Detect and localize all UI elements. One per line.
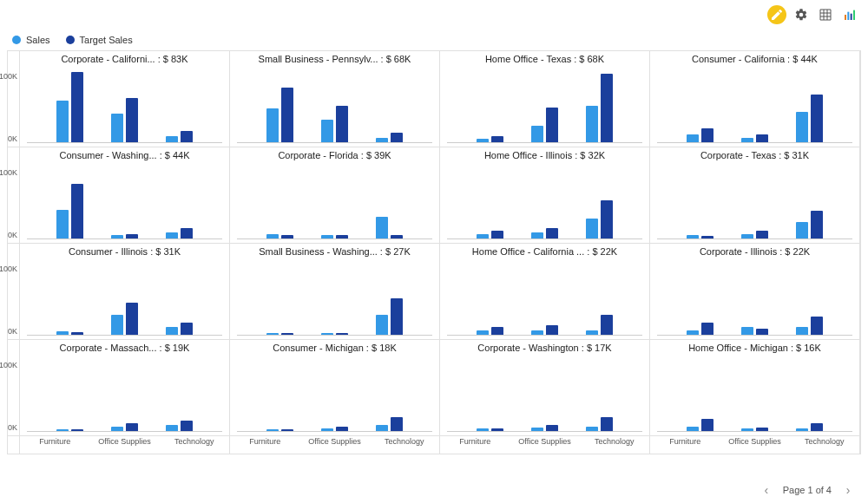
bar-sales bbox=[687, 330, 699, 335]
y-tick: 0K bbox=[8, 134, 17, 143]
bar-sales bbox=[56, 101, 69, 142]
bar-target bbox=[126, 98, 138, 142]
chart-panel: Corporate - Illinois : $ 22K bbox=[650, 244, 860, 340]
svg-rect-1 bbox=[847, 12, 849, 20]
plot-area bbox=[27, 162, 222, 239]
bar-group bbox=[673, 66, 727, 142]
legend: Sales Target Sales bbox=[12, 35, 133, 45]
bar-sales bbox=[321, 235, 333, 238]
bar-group bbox=[572, 66, 627, 142]
bar-sales bbox=[531, 232, 543, 238]
bar-group bbox=[152, 66, 207, 142]
plot-area bbox=[27, 355, 222, 432]
legend-swatch bbox=[66, 36, 75, 44]
panel-name: Small Business - Washing... bbox=[259, 246, 378, 257]
bar-sales bbox=[111, 114, 123, 142]
bar-target bbox=[71, 332, 83, 335]
bar-group bbox=[782, 355, 837, 431]
bar-group bbox=[152, 258, 207, 335]
bar-group bbox=[362, 66, 417, 142]
bar-group bbox=[97, 355, 152, 431]
bar-target bbox=[701, 236, 713, 238]
bar-sales bbox=[56, 429, 69, 431]
x-tick: Furniture bbox=[25, 438, 83, 454]
edit-button[interactable] bbox=[767, 5, 786, 24]
bar-group bbox=[517, 258, 572, 335]
panel-title: Home Office - Michigan : $ 16K bbox=[654, 342, 856, 355]
bar-group bbox=[43, 162, 97, 238]
chart-view-button[interactable] bbox=[840, 5, 859, 24]
bar-group bbox=[362, 355, 417, 431]
plot-area bbox=[657, 66, 852, 143]
bar-chart-icon bbox=[843, 8, 857, 22]
table-view-button[interactable] bbox=[816, 5, 835, 24]
bar-sales bbox=[321, 333, 333, 335]
panel-name: Consumer - Washing... bbox=[60, 150, 157, 160]
bar-group bbox=[307, 258, 362, 335]
bar-sales bbox=[531, 126, 543, 142]
settings-button[interactable] bbox=[792, 5, 811, 24]
y-tick: 100K bbox=[0, 72, 17, 81]
panel-value: $ 27K bbox=[385, 246, 411, 257]
panel-title: Corporate - Washington : $ 17K bbox=[444, 342, 646, 355]
bar-group bbox=[97, 66, 152, 142]
prev-page-button[interactable]: ‹ bbox=[759, 482, 774, 498]
x-tick: Office Supplies bbox=[306, 438, 364, 454]
chart-panel: Corporate - Californi... : $ 83K bbox=[20, 51, 230, 147]
bar-group bbox=[307, 66, 362, 142]
panel-name: Corporate - Californi... bbox=[61, 54, 155, 64]
bar-target bbox=[546, 425, 558, 431]
svg-rect-0 bbox=[845, 15, 846, 20]
bar-group bbox=[43, 355, 97, 431]
panel-value: $ 68K bbox=[386, 54, 411, 64]
panel-value: $ 31K bbox=[155, 246, 181, 257]
panel-name: Corporate - Massach... bbox=[60, 343, 157, 353]
bar-sales bbox=[586, 427, 598, 431]
panel-title: Consumer - Illinois : $ 31K bbox=[23, 245, 226, 258]
bar-sales bbox=[111, 315, 123, 335]
bar-group bbox=[463, 162, 517, 238]
bar-group bbox=[673, 355, 727, 431]
chart-panel: Small Business - Pennsylv... : $ 68K bbox=[230, 51, 440, 147]
bar-target bbox=[811, 211, 823, 238]
y-tick: 100K bbox=[0, 265, 17, 273]
y-axis-spacer bbox=[8, 436, 20, 454]
plot-area bbox=[657, 355, 852, 432]
pencil-icon bbox=[770, 8, 784, 22]
x-tick: Technology bbox=[795, 438, 853, 454]
bar-target bbox=[491, 231, 503, 238]
plot-area bbox=[447, 355, 642, 432]
panel-title: Corporate - Illinois : $ 22K bbox=[654, 245, 856, 258]
bar-sales bbox=[687, 134, 699, 142]
bar-sales bbox=[796, 222, 808, 238]
bar-sales bbox=[687, 427, 699, 431]
bar-group bbox=[362, 258, 417, 335]
chart-panel: Small Business - Washing... : $ 27K bbox=[230, 244, 440, 340]
y-tick: 0K bbox=[8, 231, 17, 239]
page-indicator: Page 1 of 4 bbox=[783, 485, 832, 495]
svg-rect-2 bbox=[851, 14, 852, 20]
panel-title: Consumer - Michigan : $ 18K bbox=[233, 342, 436, 355]
bar-sales bbox=[166, 232, 178, 238]
panel-name: Small Business - Pennsylv... bbox=[259, 54, 378, 64]
bar-group bbox=[673, 258, 727, 335]
chart-grid: 100K 0K Corporate - Californi... : $ 83K… bbox=[7, 50, 861, 454]
panel-value: $ 16K bbox=[796, 343, 821, 353]
bar-target bbox=[281, 235, 293, 238]
chart-panel: Home Office - Texas : $ 68K bbox=[440, 51, 650, 147]
bar-target bbox=[71, 184, 83, 238]
plot-area bbox=[27, 66, 222, 143]
bar-target bbox=[126, 234, 138, 238]
bar-sales bbox=[477, 428, 489, 431]
bar-group bbox=[463, 355, 517, 431]
bar-sales bbox=[376, 315, 388, 335]
bar-group bbox=[463, 66, 517, 142]
next-page-button[interactable]: › bbox=[840, 482, 856, 498]
x-axis: Furniture Office Supplies Technology bbox=[650, 436, 860, 454]
bar-group bbox=[572, 162, 627, 238]
bar-sales bbox=[796, 327, 808, 335]
plot-area bbox=[237, 258, 432, 336]
bar-target bbox=[71, 429, 83, 431]
chart-panel: Home Office - Illinois : $ 32K bbox=[440, 147, 650, 244]
plot-area bbox=[447, 162, 642, 239]
